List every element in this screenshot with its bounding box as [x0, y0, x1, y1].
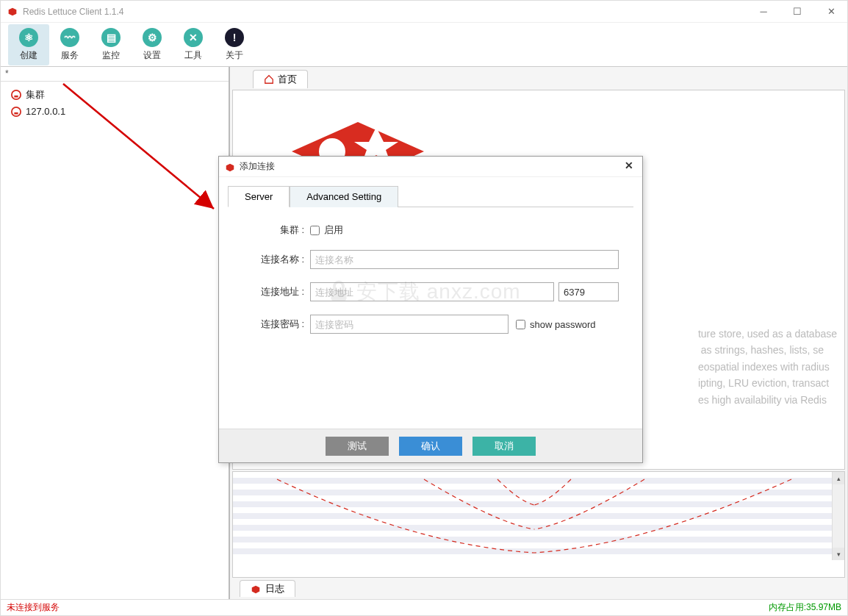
scroll-up-icon[interactable]: ▴	[833, 472, 845, 484]
tab-label: 日志	[265, 582, 284, 595]
svg-marker-12	[226, 163, 234, 171]
add-connection-dialog: 添加连接 ✕ Server Advanced Setting 集群 : 启用 连…	[218, 156, 643, 463]
connection-port-input[interactable]	[558, 282, 619, 301]
enable-cluster-checkbox[interactable]: 启用	[310, 223, 343, 237]
connection-form: 集群 : 启用 连接名称 : 连接地址 : 连接密码 :	[228, 207, 633, 363]
window-controls: ─ ☐ ✕	[753, 4, 841, 20]
tab-server[interactable]: Server	[228, 186, 290, 207]
connection-password-input[interactable]	[310, 315, 509, 334]
status-bar: 未连接到服务 内存占用:35.97MB	[1, 599, 847, 615]
tree-item-host[interactable]: 127.0.0.1	[10, 104, 220, 119]
toolbar-create[interactable]: ⚛创建	[8, 24, 49, 65]
connection-name-input[interactable]	[310, 250, 619, 269]
label-conn-pwd: 连接密码 :	[242, 318, 310, 331]
svg-point-1	[12, 90, 21, 99]
log-scrollbar[interactable]: ▴ ▾	[832, 472, 844, 560]
status-connection: 未连接到服务	[7, 601, 60, 614]
chart-lines-icon	[233, 472, 844, 560]
tab-log[interactable]: 日志	[240, 580, 295, 597]
maximize-button[interactable]: ☐	[787, 4, 808, 20]
connection-address-input[interactable]	[310, 282, 554, 301]
sidebar-header: *	[1, 67, 229, 82]
svg-marker-0	[9, 7, 17, 15]
dialog-tabs: Server Advanced Setting	[228, 186, 633, 207]
svg-marker-10	[252, 586, 260, 594]
status-memory: 内存占用:35.97MB	[769, 601, 841, 614]
toolbar-monitor[interactable]: ▤监控	[90, 24, 132, 65]
show-password-input[interactable]	[516, 320, 525, 329]
log-tabs: 日志	[232, 579, 845, 597]
svg-rect-2	[14, 96, 18, 98]
tab-label: 首页	[278, 73, 297, 86]
label-conn-name: 连接名称 :	[242, 253, 310, 266]
node-icon	[11, 107, 21, 117]
show-password-checkbox[interactable]: show password	[516, 319, 596, 330]
app-icon	[7, 6, 18, 18]
main-toolbar: ⚛创建 〰服务 ▤监控 ⚙设置 ✕工具 !关于	[1, 23, 847, 67]
label-conn-addr: 连接地址 :	[242, 285, 310, 298]
window-titlebar: Redis Lettuce Client 1.1.4 ─ ☐ ✕	[1, 1, 847, 23]
log-pane: ▴ ▾	[232, 471, 845, 578]
window-title: Redis Lettuce Client 1.1.4	[23, 7, 753, 17]
tree-item-cluster[interactable]: 集群	[10, 86, 220, 104]
close-button[interactable]: ✕	[821, 4, 841, 20]
wrench-icon: ✕	[184, 28, 203, 47]
home-icon	[264, 74, 274, 85]
toolbar-tools[interactable]: ✕工具	[173, 24, 214, 65]
monitor-icon: ▤	[101, 28, 121, 47]
svg-point-3	[12, 107, 21, 115]
content-tabs: 首页	[232, 69, 845, 88]
node-icon	[11, 90, 21, 100]
cluster-checkbox-input[interactable]	[310, 226, 320, 235]
dialog-title: 添加连接	[240, 160, 622, 173]
scroll-down-icon[interactable]: ▾	[833, 548, 845, 560]
ok-button[interactable]: 确认	[399, 437, 462, 456]
minimize-button[interactable]: ─	[753, 4, 774, 20]
info-icon: !	[225, 28, 244, 47]
toolbar-service[interactable]: 〰服务	[49, 24, 90, 65]
pulse-icon: 〰	[60, 28, 79, 47]
tab-advanced-setting[interactable]: Advanced Setting	[290, 186, 398, 207]
tree-item-label: 集群	[26, 88, 45, 101]
toolbar-about[interactable]: !关于	[214, 24, 255, 65]
dialog-body: Server Advanced Setting 集群 : 启用 连接名称 : 连…	[219, 177, 642, 429]
gear-icon: ⚙	[143, 28, 162, 47]
dialog-footer: 测试 确认 取消	[219, 429, 642, 462]
tab-home[interactable]: 首页	[253, 70, 308, 88]
tree-item-label: 127.0.0.1	[26, 106, 65, 117]
dialog-close-button[interactable]: ✕	[622, 160, 636, 174]
dialog-icon	[225, 162, 235, 172]
cancel-button[interactable]: 取消	[472, 437, 536, 456]
label-cluster: 集群 :	[242, 223, 310, 237]
toolbar-settings[interactable]: ⚙设置	[132, 24, 173, 65]
svg-rect-4	[14, 112, 18, 114]
atom-icon: ⚛	[19, 28, 38, 47]
description-text: ture store, used as a database as string…	[698, 326, 837, 408]
connection-tree: 集群 127.0.0.1	[1, 82, 229, 599]
dialog-titlebar: 添加连接 ✕	[219, 157, 642, 177]
sidebar: * 集群 127.0.0.1	[1, 67, 230, 599]
test-button[interactable]: 测试	[326, 437, 389, 456]
log-icon	[251, 584, 261, 594]
